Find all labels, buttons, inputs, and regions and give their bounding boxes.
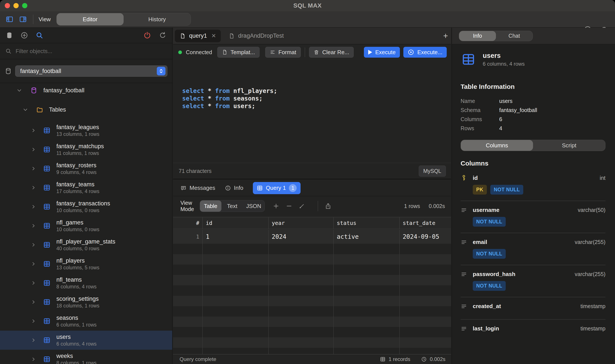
- chevron-right-icon[interactable]: [31, 147, 36, 152]
- clear-results-button[interactable]: Clear Re...: [309, 47, 354, 58]
- inspector-tab[interactable]: Info: [459, 31, 496, 41]
- tab-query1[interactable]: query1 ✕: [175, 30, 221, 42]
- chevron-right-icon[interactable]: [31, 280, 36, 286]
- column-item[interactable]: created_at timestamp: [461, 297, 605, 320]
- cell-status[interactable]: active: [333, 230, 399, 244]
- cell-start-date[interactable]: 2024-09-05: [399, 230, 451, 244]
- toggle-right-panel-icon[interactable]: [18, 15, 28, 23]
- column-header-num[interactable]: #: [173, 217, 202, 229]
- table-tree-item[interactable]: fantasy_rosters 9 columns, 4 rows: [0, 159, 172, 178]
- sql-editor[interactable]: select * from nfl_players;select * from …: [173, 60, 451, 163]
- inspector-tab[interactable]: Chat: [496, 31, 533, 41]
- table-tree-item[interactable]: fantasy_transactions 10 columns, 0 rows: [0, 197, 172, 216]
- chevron-right-icon[interactable]: [31, 204, 36, 209]
- format-button[interactable]: Format: [265, 47, 301, 58]
- column-type: varchar(50): [578, 207, 605, 213]
- table-meta: 6 columns, 1 rows: [56, 322, 96, 328]
- disconnect-power-icon[interactable]: [143, 31, 151, 39]
- column-type: varchar(255): [575, 239, 605, 245]
- templates-button[interactable]: Templat...: [217, 47, 260, 58]
- result-row[interactable]: 1 1 2024 active 2024-09-05: [173, 230, 451, 244]
- table-tree-item[interactable]: weeks 8 columns, 1 rows: [0, 350, 172, 364]
- add-connection-icon[interactable]: [20, 31, 28, 39]
- view-mode-option[interactable]: Text: [221, 200, 243, 212]
- table-tree-item[interactable]: scoring_settings 18 columns, 1 rows: [0, 292, 172, 312]
- tab-draganddroptest[interactable]: dragAndDropTest ✕: [224, 30, 288, 42]
- chevron-down-icon[interactable]: [16, 88, 22, 93]
- chevron-right-icon[interactable]: [31, 223, 36, 228]
- table-name: users: [56, 334, 96, 340]
- table-tree-item[interactable]: users 6 columns, 4 rows: [0, 331, 172, 350]
- table-tree-item[interactable]: nfl_players 13 columns, 5 rows: [0, 254, 172, 273]
- database-select-stepper-icon[interactable]: [157, 67, 165, 75]
- table-icon: [257, 185, 263, 191]
- column-item[interactable]: username varchar(50) NOT NULL: [461, 201, 605, 233]
- table-name: weeks: [56, 353, 96, 359]
- constraint-badge: PK: [473, 185, 487, 195]
- view-mode-option[interactable]: Table: [200, 200, 221, 212]
- info-row: Columns 6: [461, 115, 605, 124]
- table-tree-item[interactable]: seasons 6 columns, 1 rows: [0, 312, 172, 331]
- column-header-start-date[interactable]: start_date: [399, 217, 451, 229]
- dialect-badge[interactable]: MySQL: [419, 166, 446, 177]
- table-tree-item[interactable]: nfl_player_game_stats 40 columns, 0 rows: [0, 235, 172, 254]
- new-tab-button[interactable]: +: [443, 31, 448, 40]
- table-tree-item[interactable]: nfl_games 10 columns, 0 rows: [0, 216, 172, 235]
- tree-root-database[interactable]: fantasy_football: [0, 83, 172, 98]
- column-header-year[interactable]: year: [268, 217, 333, 229]
- query-status-message: Query complete: [179, 356, 216, 362]
- column-item[interactable]: last_login timestamp: [461, 320, 605, 341]
- chevron-right-icon[interactable]: [31, 357, 36, 362]
- chevron-right-icon[interactable]: [31, 318, 36, 324]
- chevron-right-icon[interactable]: [31, 299, 36, 305]
- database-select[interactable]: fantasy_football: [15, 65, 167, 77]
- close-tab-icon[interactable]: ✕: [211, 32, 216, 39]
- export-share-icon[interactable]: [325, 202, 332, 210]
- cell-year[interactable]: 2024: [268, 230, 333, 244]
- filter-objects-input[interactable]: [16, 48, 167, 55]
- view-mode-option[interactable]: JSON: [243, 200, 264, 212]
- tree-folder-tables[interactable]: Tables: [0, 103, 172, 117]
- search-icon[interactable]: [36, 31, 43, 39]
- chevron-down-icon[interactable]: [23, 107, 28, 112]
- database-icon[interactable]: [6, 32, 13, 39]
- chevron-right-icon[interactable]: [31, 261, 36, 266]
- filter-row: [0, 43, 172, 59]
- segment-option[interactable]: Editor: [57, 13, 123, 25]
- column-item[interactable]: email varchar(255) NOT NULL: [461, 233, 605, 265]
- segment-option[interactable]: History: [123, 13, 191, 25]
- table-meta: 9 columns, 4 rows: [56, 169, 96, 175]
- table-tree-item[interactable]: nfl_teams 8 columns, 4 rows: [0, 273, 172, 292]
- column-item[interactable]: id int PKNOT NULL: [461, 169, 605, 201]
- column-header-id[interactable]: id: [202, 217, 268, 229]
- table-tree-item[interactable]: fantasy_teams 17 columns, 4 rows: [0, 178, 172, 197]
- inspector-view-option[interactable]: Columns: [461, 140, 533, 151]
- chevron-right-icon[interactable]: [31, 185, 36, 190]
- column-name: last_login: [473, 325, 499, 332]
- tab-query-1[interactable]: Query 1 1: [253, 182, 301, 194]
- column-header-status[interactable]: status: [333, 217, 399, 229]
- refresh-icon[interactable]: [159, 31, 166, 39]
- column-item[interactable]: password_hash varchar(255) NOT NULL: [461, 265, 605, 297]
- tab-messages[interactable]: Messages: [180, 185, 215, 191]
- tab-info[interactable]: Info: [225, 185, 243, 191]
- table-tree-item[interactable]: fantasy_matchups 11 columns, 1 rows: [0, 140, 172, 159]
- execute-all-button[interactable]: Execute...: [403, 47, 447, 58]
- cell-id[interactable]: 1: [202, 230, 268, 244]
- chevron-right-icon[interactable]: [31, 242, 36, 247]
- table-tree-item[interactable]: fantasy_leagues 13 columns, 1 rows: [0, 121, 172, 140]
- toggle-left-panel-icon[interactable]: [5, 15, 14, 23]
- remove-row-icon[interactable]: [286, 203, 293, 209]
- filter-search-icon: [5, 48, 12, 54]
- execute-button[interactable]: Execute: [364, 47, 400, 58]
- chevron-right-icon[interactable]: [31, 128, 36, 133]
- column-name: email: [473, 239, 487, 246]
- database-cylinder-icon: [30, 87, 37, 94]
- inspector-view-option[interactable]: Script: [533, 140, 605, 151]
- chevron-right-icon[interactable]: [31, 338, 36, 343]
- edit-pencil-icon[interactable]: [299, 203, 305, 209]
- add-row-icon[interactable]: [273, 203, 280, 209]
- divider: [318, 201, 318, 211]
- chevron-right-icon[interactable]: [31, 166, 36, 171]
- table-meta: 10 columns, 0 rows: [56, 227, 99, 233]
